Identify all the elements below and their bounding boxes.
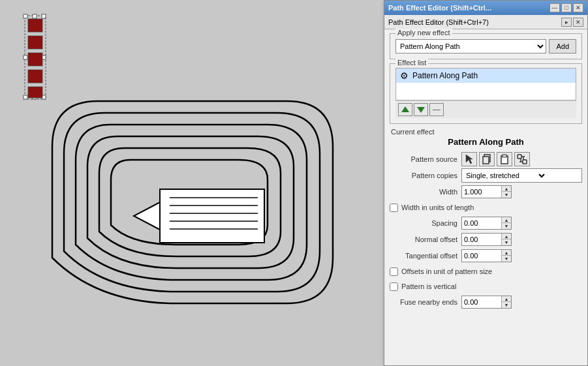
- track-group: [52, 101, 333, 303]
- effect-list-label: Effect list: [395, 59, 428, 67]
- pattern-source-cursor-btn[interactable]: [461, 152, 477, 166]
- width-input[interactable]: [462, 186, 501, 198]
- spacing-spin-up[interactable]: ▲: [502, 217, 511, 223]
- width-spin-up[interactable]: ▲: [502, 186, 511, 192]
- svg-rect-1: [23, 14, 27, 18]
- panel-body: Apply new effect Pattern Along Path Add …: [384, 29, 587, 315]
- svg-marker-20: [134, 202, 160, 230]
- svg-marker-22: [417, 107, 425, 113]
- down-arrow-icon: [416, 105, 426, 114]
- move-up-button[interactable]: [398, 103, 412, 116]
- apply-row: Pattern Along Path Add: [395, 39, 576, 53]
- spacing-label: Spacing: [390, 219, 461, 227]
- offsets-unit-row: Offsets in unit of pattern size: [390, 265, 582, 278]
- pattern-copies-value: Single, stretched: [461, 168, 582, 183]
- effect-list-section: Effect list ⚙ Pattern Along Path: [390, 63, 582, 124]
- current-effect-section: Current effect Pattern Along Path Patter…: [390, 128, 582, 309]
- tangential-offset-spin-down[interactable]: ▼: [502, 256, 511, 262]
- width-spinbox: ▲ ▼: [461, 185, 512, 198]
- fuse-input[interactable]: [462, 296, 501, 308]
- offsets-unit-checkbox[interactable]: [390, 267, 398, 276]
- panel-subheader: Path Effect Editor (Shift+Ctrl+7) ▸ ✕: [384, 15, 587, 29]
- width-units-label[interactable]: Width in units of length: [401, 204, 474, 211]
- normal-offset-input[interactable]: [462, 234, 501, 245]
- svg-rect-25: [483, 157, 489, 164]
- svg-rect-28: [518, 155, 521, 159]
- subheader-buttons: ▸ ✕: [561, 18, 583, 27]
- spacing-spin-down[interactable]: ▼: [502, 223, 511, 229]
- move-down-button[interactable]: [414, 103, 428, 116]
- normal-offset-row: Normal offset ▲ ▼: [390, 232, 582, 247]
- pattern-vertical-checkbox[interactable]: [390, 282, 398, 291]
- maximize-button[interactable]: □: [561, 3, 572, 12]
- fuse-arrows: ▲ ▼: [501, 296, 511, 308]
- width-units-checkbox[interactable]: [390, 204, 398, 212]
- pattern-copies-dropdown[interactable]: Single, stretched: [462, 169, 547, 182]
- svg-rect-2: [42, 14, 46, 18]
- svg-rect-11: [28, 53, 42, 66]
- svg-rect-27: [503, 155, 506, 157]
- spacing-arrows: ▲ ▼: [501, 217, 511, 229]
- normal-offset-spin-up[interactable]: ▲: [502, 234, 511, 239]
- pattern-source-group: [23, 14, 46, 99]
- close-button[interactable]: ✕: [573, 3, 583, 12]
- pattern-source-icons: [461, 152, 530, 166]
- svg-rect-29: [523, 160, 527, 164]
- link-icon: [517, 154, 527, 164]
- tangential-offset-row: Tangential offset ▲ ▼: [390, 249, 582, 263]
- add-effect-button[interactable]: Add: [549, 39, 576, 53]
- normal-offset-label: Normal offset: [390, 236, 461, 243]
- spacing-input[interactable]: [462, 217, 501, 229]
- fuse-spin-down[interactable]: ▼: [502, 302, 511, 308]
- tangential-offset-input[interactable]: [462, 250, 501, 262]
- width-units-row: Width in units of length: [390, 201, 582, 214]
- pattern-vertical-label[interactable]: Pattern is vertical: [401, 282, 456, 290]
- width-arrows: ▲ ▼: [501, 186, 511, 198]
- pattern-source-label: Pattern source: [390, 155, 461, 163]
- pattern-source-paste-btn[interactable]: [497, 152, 512, 166]
- canvas-svg: [0, 0, 382, 366]
- svg-rect-9: [28, 19, 42, 32]
- normal-offset-spin-down[interactable]: ▼: [502, 239, 511, 245]
- apply-effect-section: Apply new effect Pattern Along Path Add: [390, 33, 582, 59]
- pattern-source-row: Pattern source: [390, 152, 582, 166]
- fuse-label: Fuse nearby ends: [390, 298, 461, 306]
- svg-rect-5: [33, 14, 37, 18]
- spacing-spinbox: ▲ ▼: [461, 217, 512, 230]
- remove-effect-button[interactable]: —: [429, 103, 444, 116]
- tangential-offset-spin-up[interactable]: ▲: [502, 250, 511, 256]
- titlebar-buttons: — □ ✕: [549, 3, 583, 12]
- copy-icon: [482, 154, 492, 164]
- panel-titlebar: Path Effect Editor (Shift+Ctrl... — □ ✕: [384, 1, 587, 15]
- minimize-button[interactable]: —: [549, 3, 560, 12]
- current-effect-label: Current effect: [390, 128, 582, 136]
- cursor-icon: [464, 154, 474, 164]
- effect-list-box: ⚙ Pattern Along Path: [395, 68, 576, 100]
- fuse-row: Fuse nearby ends ▲ ▼: [390, 295, 582, 309]
- pattern-vertical-row: Pattern is vertical: [390, 280, 582, 293]
- effect-dropdown[interactable]: Pattern Along Path: [395, 39, 546, 53]
- pfe-panel: Path Effect Editor (Shift+Ctrl... — □ ✕ …: [384, 0, 588, 366]
- width-row: Width ▲ ▼: [390, 185, 582, 199]
- subheader-btn-1[interactable]: ▸: [561, 18, 572, 27]
- subheader-btn-2[interactable]: ✕: [573, 18, 583, 27]
- normal-offset-spinbox: ▲ ▼: [461, 233, 512, 246]
- paste-icon: [499, 154, 510, 164]
- pattern-source-copy-btn[interactable]: [479, 152, 495, 166]
- width-spin-down[interactable]: ▼: [502, 192, 511, 198]
- fuse-spinbox: ▲ ▼: [461, 296, 512, 309]
- tangential-offset-arrows: ▲ ▼: [501, 250, 511, 262]
- svg-rect-10: [28, 36, 42, 49]
- svg-rect-3: [23, 95, 27, 99]
- effect-list-actions: —: [395, 100, 576, 118]
- svg-rect-13: [28, 87, 42, 98]
- svg-rect-12: [28, 70, 42, 83]
- offsets-unit-label[interactable]: Offsets in unit of pattern size: [401, 267, 492, 275]
- fuse-spin-up[interactable]: ▲: [502, 296, 511, 302]
- pattern-source-link-btn[interactable]: [514, 152, 530, 166]
- list-item[interactable]: ⚙ Pattern Along Path: [396, 69, 576, 83]
- svg-rect-7: [23, 55, 27, 59]
- pattern-copies-label: Pattern copies: [390, 172, 461, 179]
- svg-marker-23: [466, 155, 472, 164]
- up-arrow-icon: [401, 105, 410, 114]
